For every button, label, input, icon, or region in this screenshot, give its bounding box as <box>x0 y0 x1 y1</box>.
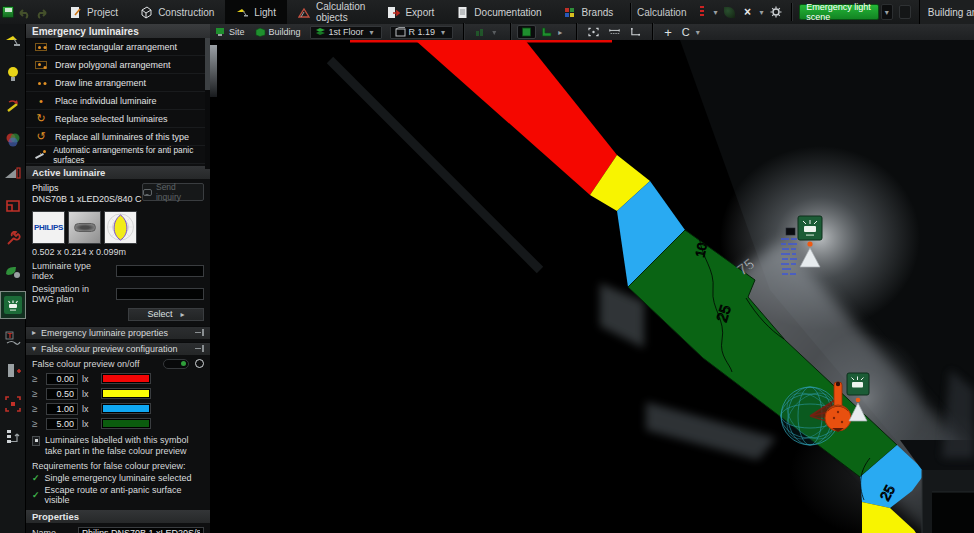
tool-orient-luminaire[interactable] <box>1 94 25 120</box>
light-scene-dropdown[interactable]: ▾ <box>881 4 893 20</box>
tab-project[interactable]: Project <box>58 0 129 24</box>
symbol-icon <box>32 436 40 446</box>
dimension-button[interactable] <box>625 24 646 40</box>
view-3d-button[interactable]: ▸ <box>536 24 570 40</box>
active-luminaire-header: Active luminaire <box>26 166 210 179</box>
bulb-icon <box>5 65 21 83</box>
tool-luminaires[interactable] <box>1 28 25 54</box>
pin-icon[interactable] <box>195 329 204 336</box>
view-plan-button[interactable] <box>517 25 536 39</box>
colour-swatch-red <box>102 374 150 383</box>
type-index-input[interactable] <box>116 265 204 277</box>
single-luminaire-icon: • <box>34 95 48 107</box>
luminaire-dot-2 <box>856 398 861 403</box>
properties-header: Properties <box>26 510 210 523</box>
tool-draw-polygonal[interactable]: Draw polygonal arrangement <box>26 56 210 74</box>
tool-workflow[interactable] <box>1 424 25 450</box>
cancel-dropdown[interactable]: ▾ <box>757 8 767 17</box>
leaf-icon <box>724 7 735 18</box>
name-input[interactable] <box>78 527 204 533</box>
panel-title: Emergency luminaires <box>26 24 210 38</box>
tool-place-individual[interactable]: •Place individual luminaire <box>26 92 210 110</box>
room-selector[interactable]: R 1.19 ▾ <box>390 26 454 39</box>
tool-energy[interactable] <box>1 259 25 285</box>
region-focus-icon <box>4 395 22 413</box>
section-emergency-properties[interactable]: ▸ Emergency luminaire properties <box>26 326 210 339</box>
redo-button[interactable] <box>35 3 48 21</box>
dimension-icon <box>630 27 641 37</box>
tool-maintenance[interactable] <box>1 226 25 252</box>
false-colour-body: False colour preview on/off ≥ lx ≥ lx ≥ … <box>26 355 210 509</box>
add-button[interactable]: + <box>659 24 677 40</box>
leaf-icon <box>4 264 22 280</box>
tool-draw-rectangular[interactable]: Draw rectangular arrangement <box>26 38 210 56</box>
tool-calculation-region[interactable] <box>1 391 25 417</box>
building-button[interactable]: Building <box>250 24 306 40</box>
threshold-input-3[interactable] <box>46 418 78 430</box>
floor-selector[interactable]: 1st Floor ▾ <box>310 26 382 39</box>
luminaire-photo-thumbnail[interactable] <box>68 211 101 244</box>
tool-label: Draw rectangular arrangement <box>55 42 177 52</box>
tool-emergency-lighting[interactable] <box>1 292 25 318</box>
brand-logo-thumbnail[interactable]: PHILIPS <box>32 211 65 244</box>
tab-brands[interactable]: Brands <box>553 0 625 24</box>
tool-replace-selected[interactable]: ↻Replace selected luminaires <box>26 110 210 128</box>
tab-label: Calculation objects <box>316 1 365 23</box>
energy-button[interactable] <box>721 2 739 22</box>
site-button[interactable]: Site <box>210 24 250 40</box>
threshold-input-2[interactable] <box>46 403 78 415</box>
calculation-settings-button[interactable] <box>767 2 785 22</box>
measure-button[interactable] <box>604 24 625 40</box>
tool-text-labels[interactable]: T <box>1 325 25 351</box>
rect-arrangement-icon <box>34 43 48 51</box>
calculation-status-button[interactable] <box>693 2 711 22</box>
threshold-row: ≥ lx <box>32 403 204 415</box>
calculation-dropdown[interactable]: ▾ <box>711 8 721 17</box>
tab-construction[interactable]: Construction <box>129 0 225 24</box>
tool-lamps[interactable] <box>1 61 25 87</box>
cancel-calculation-button[interactable]: × <box>739 2 757 22</box>
tool-light-colour[interactable] <box>1 127 25 153</box>
tool-automatic-arrangements[interactable]: Automatic arrangements for anti panic su… <box>26 146 210 164</box>
light-scene-button[interactable]: Emergency light scene <box>799 4 878 20</box>
rotate-view-button[interactable]: C▾ <box>677 24 708 40</box>
tool-draw-line[interactable]: Draw line arrangement <box>26 74 210 92</box>
check-icon: ✓ <box>32 473 40 483</box>
colour-swatch-green <box>102 419 150 428</box>
tab-documentation[interactable]: Documentation <box>445 0 552 24</box>
threshold-input-1[interactable] <box>46 388 78 400</box>
threshold-input-0[interactable] <box>46 373 78 385</box>
colour-swatch-yellow <box>102 389 150 398</box>
emergency-luminaires-panel: Emergency luminaires Draw rectangular ar… <box>26 24 210 533</box>
section-label: Emergency luminaire properties <box>41 328 168 338</box>
dwg-input[interactable] <box>116 288 204 300</box>
preview-circle-icon[interactable] <box>195 359 204 368</box>
tab-export[interactable]: Export <box>376 0 445 24</box>
output-button[interactable]: ▾ <box>470 24 504 40</box>
tool-dimming[interactable] <box>1 160 25 186</box>
save-button[interactable] <box>2 3 14 21</box>
luminaire-dimensions: 0.502 x 0.214 x 0.099m <box>32 247 204 257</box>
requirement-item: Escape route or anti-panic surface visib… <box>45 485 204 505</box>
tool-calculation-surfaces[interactable] <box>1 193 25 219</box>
chevron-right-icon: ▸ <box>32 328 36 337</box>
tool-columns[interactable] <box>1 358 25 384</box>
pin-icon[interactable] <box>195 345 204 352</box>
send-inquiry-button[interactable]: Send inquiry <box>142 183 204 201</box>
toolbar-right-cluster: Calculation ▾ × ▾ Emergency light scene … <box>624 0 974 24</box>
tab-calculation-objects[interactable]: Calculation objects <box>287 0 376 24</box>
zoom-fit-button[interactable] <box>583 24 604 40</box>
polar-diagram-thumbnail[interactable] <box>104 211 137 244</box>
polar-curve-icon <box>105 212 136 243</box>
scene-viewport[interactable]: 10 25 75 25 <box>210 40 974 533</box>
sign-lamp-glyph <box>804 226 816 232</box>
tool-replace-all[interactable]: ↺Replace all luminaires of this type <box>26 128 210 146</box>
select-luminaire-button[interactable]: Select▸ <box>128 308 204 321</box>
scene-options-button[interactable] <box>899 5 911 19</box>
tool-label: Replace all luminaires of this type <box>55 132 189 142</box>
section-false-colour[interactable]: ▾ False colour preview configuration <box>26 342 210 355</box>
unit-label: lx <box>82 389 94 399</box>
false-colour-toggle[interactable] <box>163 359 189 369</box>
tab-light[interactable]: Light <box>225 0 287 24</box>
undo-button[interactable] <box>18 3 31 21</box>
